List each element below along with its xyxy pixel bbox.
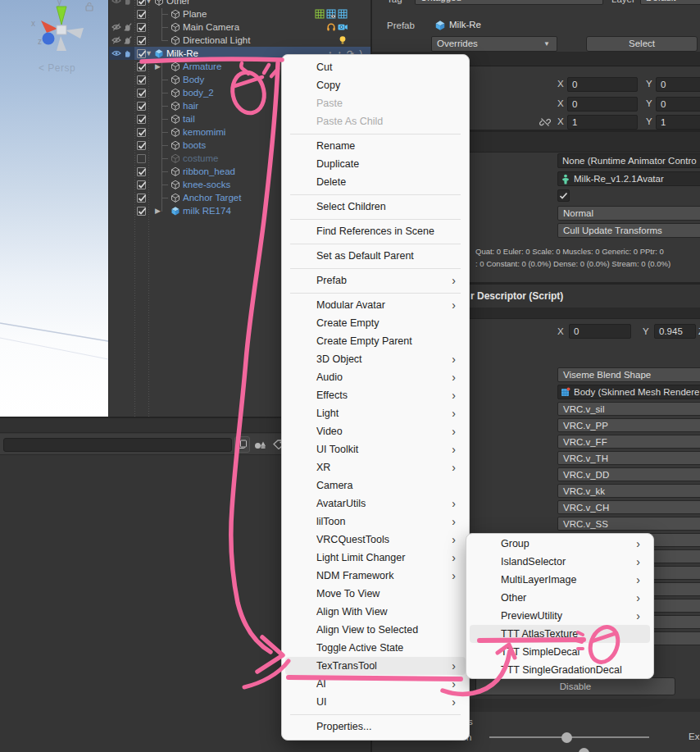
visibility-eye-icon[interactable] <box>111 0 121 6</box>
hierarchy-item-other[interactable]: ▼Other <box>109 0 370 7</box>
animator-avatar-field[interactable]: Milk-Re_v1.2.1Avatar <box>557 171 700 186</box>
menu-item-align-with-view[interactable]: Align With View <box>285 603 466 621</box>
face-mesh-field[interactable]: Body (Skinned Mesh Rendere <box>557 385 700 399</box>
persp-label[interactable]: < Persp <box>39 62 75 74</box>
transform-x-field[interactable]: 0 <box>567 97 638 112</box>
active-checkbox[interactable] <box>137 23 146 32</box>
transform-y-field[interactable]: 0 <box>656 97 700 112</box>
menu-item-find-references-in-scene[interactable]: Find References in Scene <box>285 222 466 240</box>
slider-thumb[interactable] <box>561 732 572 743</box>
menu-item-audio[interactable]: Audio› <box>285 368 466 386</box>
lock-icon[interactable] <box>84 2 94 11</box>
expand-arrow-icon[interactable]: ▼ <box>145 0 153 5</box>
apply-root-motion-checkbox[interactable] <box>557 189 570 202</box>
select-button[interactable]: Select <box>586 36 698 52</box>
menu-item-modular-avatar[interactable]: Modular Avatar› <box>285 296 466 314</box>
submenu-item-other[interactable]: Other› <box>470 589 650 607</box>
viseme-field[interactable]: VRC.v_TH <box>557 451 700 465</box>
menu-item-ndm-framework[interactable]: NDM Framework› <box>285 567 466 585</box>
viseme-field[interactable]: VRC.v_PP <box>557 418 700 432</box>
menu-item-avatarutils[interactable]: AvatarUtils› <box>285 494 466 513</box>
menu-item-light[interactable]: Light› <box>285 404 466 422</box>
expand-arrow-icon[interactable]: ▼ <box>145 49 153 57</box>
menu-item-duplicate[interactable]: Duplicate <box>285 155 466 173</box>
visibility-eye-icon[interactable] <box>111 48 121 58</box>
menu-item-rename[interactable]: Rename <box>285 137 466 155</box>
menu-item-properties-[interactable]: Properties... <box>285 718 466 736</box>
picking-hand-icon[interactable] <box>123 0 133 6</box>
viseme-field[interactable]: VRC.v_SS <box>557 517 700 531</box>
visibility-eye-icon[interactable] <box>111 35 121 45</box>
transform-x-field[interactable]: 1 <box>567 115 638 130</box>
active-checkbox[interactable] <box>137 75 146 84</box>
active-checkbox[interactable] <box>137 167 146 176</box>
menu-item-vrcquesttools[interactable]: VRCQuestTools› <box>285 531 466 549</box>
active-checkbox[interactable] <box>137 141 146 150</box>
picking-hand-icon[interactable] <box>123 22 133 32</box>
culling-mode-dropdown[interactable]: Cull Update Transforms <box>557 223 700 238</box>
active-checkbox[interactable] <box>137 36 146 45</box>
viseme-field[interactable]: VRC.v_DD <box>557 467 700 481</box>
hierarchy-item-directional-light[interactable]: Directional Light <box>109 34 370 47</box>
menu-item-prefab[interactable]: Prefab› <box>285 271 466 289</box>
animator-controller-field[interactable]: None (Runtime Animator Contro <box>557 153 700 168</box>
active-checkbox[interactable] <box>137 62 146 71</box>
active-checkbox[interactable] <box>137 115 146 124</box>
submenu-item-group[interactable]: Group› <box>470 535 650 553</box>
viseme-field[interactable]: VRC.v_CH <box>557 500 700 514</box>
menu-item-ai[interactable]: AI› <box>285 675 466 693</box>
scene-view[interactable]: y x z < Persp <box>0 0 108 417</box>
hierarchy-item-plane[interactable]: Plane <box>109 7 370 21</box>
menu-item-textranstool[interactable]: TexTransTool› <box>285 657 466 675</box>
menu-item-liltoon[interactable]: lilToon› <box>285 513 466 531</box>
menu-item-light-limit-changer[interactable]: Light Limit Changer› <box>285 549 466 567</box>
menu-item-ui[interactable]: UI› <box>285 693 466 711</box>
submenu-item-ttt-simpledecal[interactable]: TTT SimpleDecal <box>470 643 650 661</box>
active-checkbox[interactable] <box>137 10 146 19</box>
viseme-mode-dropdown[interactable]: Viseme Blend Shape <box>557 367 700 382</box>
active-checkbox[interactable] <box>137 89 146 98</box>
submenu-item-islandselector[interactable]: IslandSelector› <box>470 553 650 571</box>
menu-item-xr[interactable]: XR› <box>285 458 466 476</box>
menu-item-move-to-view[interactable]: Move To View <box>285 585 466 603</box>
menu-item-toggle-active-state[interactable]: Toggle Active State <box>285 639 466 657</box>
tag-dropdown[interactable]: Untagged▼ <box>415 0 603 5</box>
shapes-icon[interactable] <box>252 438 267 451</box>
menu-item-effects[interactable]: Effects› <box>285 386 466 404</box>
menu-item-align-view-to-selected[interactable]: Align View to Selected <box>285 621 466 639</box>
prefab-field[interactable]: Milk-Re <box>431 18 700 33</box>
viseme-field[interactable]: VRC.v_sil <box>557 402 700 416</box>
menu-item-ui-toolkit[interactable]: UI Toolkit› <box>285 440 466 458</box>
menu-item-video[interactable]: Video› <box>285 422 466 440</box>
transform-x-field[interactable]: 0 <box>567 77 638 92</box>
viseme-field[interactable]: VRC.v_FF <box>557 435 700 449</box>
package-icon[interactable] <box>234 436 250 453</box>
transform-y-field[interactable]: 1 <box>656 115 700 130</box>
submenu-item-ttt-singlegradationdecal[interactable]: TTT SingleGradationDecal <box>470 661 650 679</box>
layer-dropdown[interactable]: Default <box>640 0 700 5</box>
viseme-field[interactable]: VRC.v_kk <box>557 484 700 498</box>
active-checkbox[interactable] <box>137 180 146 189</box>
menu-item-set-as-default-parent[interactable]: Set as Default Parent <box>285 247 466 265</box>
menu-item-camera[interactable]: Camera <box>285 476 466 494</box>
view-x-field[interactable]: 0 <box>569 324 631 339</box>
menu-item-create-empty-parent[interactable]: Create Empty Parent <box>285 332 466 350</box>
update-mode-dropdown[interactable]: Normal <box>557 206 700 221</box>
transform-y-field[interactable]: 0 <box>656 77 700 92</box>
picking-hand-icon[interactable] <box>123 35 133 45</box>
overrides-dropdown[interactable]: Overrides▼ <box>431 36 557 52</box>
hierarchy-item-main-camera[interactable]: Main Camera <box>109 21 370 34</box>
active-checkbox[interactable] <box>137 154 146 163</box>
slider-thumb-2[interactable] <box>579 748 589 752</box>
menu-item-cut[interactable]: Cut <box>285 58 466 76</box>
menu-item-select-children[interactable]: Select Children <box>285 198 466 216</box>
active-checkbox[interactable] <box>137 194 146 203</box>
disable-button[interactable]: Disable <box>475 677 675 695</box>
visibility-eye-icon[interactable] <box>111 22 121 32</box>
project-search-input[interactable] <box>3 438 232 452</box>
submenu-item-multilayerimage[interactable]: MultiLayerImage› <box>470 571 650 589</box>
active-checkbox[interactable] <box>137 207 146 216</box>
submenu-item-previewutility[interactable]: PreviewUtility› <box>470 607 650 625</box>
active-checkbox[interactable] <box>137 102 146 111</box>
menu-item-copy[interactable]: Copy <box>285 76 466 94</box>
